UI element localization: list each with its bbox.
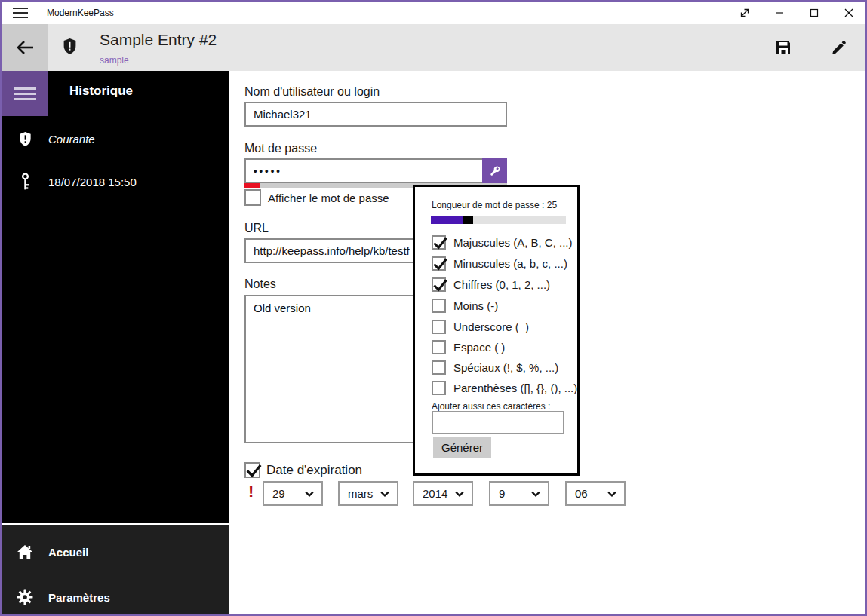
sidebar-footer: Accueil Paramètres [2, 525, 229, 616]
generator-option: Minuscules (a, b, c, ...) [432, 256, 567, 271]
hamburger-icon[interactable] [12, 7, 29, 19]
save-button[interactable] [768, 35, 798, 60]
sidebar-item-settings[interactable]: Paramètres [2, 579, 229, 615]
history-item-label: Courante [48, 133, 95, 146]
username-input[interactable] [244, 102, 507, 127]
option-label: Chiffres (0, 1, 2, ...) [453, 278, 550, 291]
show-password-checkbox[interactable] [244, 189, 261, 206]
back-arrow-icon [14, 38, 36, 57]
back-button[interactable] [2, 24, 48, 71]
option-label: Underscore (_) [453, 320, 529, 333]
hamburger-icon [14, 87, 36, 90]
history-item-label: 18/07/2018 15:50 [48, 176, 137, 188]
option-checkbox[interactable] [432, 235, 446, 250]
generator-option: Moins (-) [432, 298, 498, 313]
generator-option: Underscore (_) [432, 319, 529, 334]
date-select-minute[interactable]: 06 [565, 481, 626, 506]
date-select-year[interactable]: 2014 [413, 481, 473, 506]
option-checkbox[interactable] [432, 277, 446, 292]
history-item-current[interactable]: Courante [2, 121, 229, 157]
date-select-month[interactable]: mars [338, 481, 398, 506]
entry-title: Sample Entry #2 [100, 31, 217, 49]
key-icon [2, 172, 48, 192]
option-checkbox[interactable] [432, 320, 446, 334]
generator-option: Parenthèses ([], {}, (), ...) [432, 380, 577, 395]
fullscreen-button[interactable] [727, 2, 762, 24]
wrench-icon [487, 164, 503, 179]
show-password-row: Afficher le mot de passe [244, 189, 389, 206]
expired-warning-icon: ! [248, 482, 254, 501]
generator-option: Spéciaux (!, $, %, ...) [432, 360, 558, 375]
generate-button[interactable]: Générer [433, 437, 491, 458]
modernkeepass-window: ModernKeePass Sample Entry #2 sample [0, 0, 867, 616]
generator-option: Majuscules (A, B, C, ...) [432, 234, 573, 250]
home-icon [2, 544, 48, 560]
generator-option: Chiffres (0, 1, 2, ...) [432, 277, 550, 292]
option-checkbox[interactable] [432, 381, 446, 395]
option-checkbox[interactable] [432, 256, 446, 271]
slider-thumb[interactable] [463, 216, 473, 224]
option-label: Spéciaux (!, $, %, ...) [453, 361, 558, 374]
slider-fill [431, 216, 463, 224]
show-password-label: Afficher le mot de passe [268, 192, 389, 204]
sidebar-heading: Historique [69, 84, 133, 99]
sidebar-item-label: Paramètres [48, 591, 110, 604]
option-label: Parenthèses ([], {}, (), ...) [453, 382, 577, 394]
chevron-down-icon [379, 488, 391, 500]
sidebar-item-label: Accueil [48, 546, 88, 559]
expiration-label: Date d'expiration [266, 463, 362, 478]
length-label: Longueur de mot de passe : 25 [432, 200, 557, 210]
shield-alert-icon [2, 130, 48, 148]
url-label: URL [244, 222, 269, 235]
password-generator-button[interactable] [482, 158, 507, 183]
option-label: Moins (-) [453, 299, 498, 312]
history-sidebar: Historique Courante 18/07/2018 15:50 Acc… [2, 71, 229, 616]
chevron-down-icon [606, 488, 618, 500]
history-item-entry[interactable]: 18/07/2018 15:50 [2, 164, 229, 200]
gear-icon [2, 589, 48, 605]
password-label: Mot de passe [244, 142, 317, 155]
expiration-row: Date d'expiration [244, 462, 362, 478]
edit-button[interactable] [824, 35, 854, 60]
option-label: Majuscules (A, B, C, ...) [453, 236, 573, 249]
close-button[interactable] [832, 2, 866, 24]
option-checkbox[interactable] [432, 340, 446, 354]
option-checkbox[interactable] [432, 360, 446, 375]
password-strength-fill [244, 183, 260, 188]
chevron-down-icon [303, 488, 315, 500]
save-icon [775, 39, 792, 56]
additional-chars-label: Ajouter aussi ces caractères : [432, 401, 550, 412]
minimize-button[interactable] [762, 2, 797, 24]
chevron-down-icon [530, 488, 542, 500]
titlebar: ModernKeePass [2, 2, 865, 24]
sidebar-item-home[interactable]: Accueil [2, 534, 229, 570]
generator-option: Espace ( ) [432, 339, 505, 354]
shield-alert-icon [62, 37, 78, 59]
additional-chars-input[interactable] [432, 411, 564, 434]
chevron-down-icon [453, 488, 466, 500]
option-checkbox[interactable] [432, 299, 446, 313]
sidebar-hamburger-button[interactable] [2, 71, 48, 116]
password-generator-popup: Longueur de mot de passe : 25 Majuscules… [413, 185, 580, 476]
date-select-day[interactable]: 29 [263, 481, 323, 506]
option-label: Espace ( ) [453, 341, 505, 354]
entry-group-subtitle[interactable]: sample [100, 55, 129, 66]
length-slider[interactable] [431, 216, 566, 224]
option-label: Minuscules (a, b, c, ...) [453, 257, 567, 270]
notes-label: Notes [244, 277, 276, 291]
date-select-hour[interactable]: 9 [489, 481, 549, 506]
maximize-button[interactable] [797, 2, 832, 24]
username-label: Nom d'utilisateur ou login [244, 85, 380, 99]
entry-header: Sample Entry #2 sample [2, 24, 865, 71]
expiration-checkbox[interactable] [244, 462, 260, 478]
edit-pencil-icon [831, 39, 847, 56]
app-title: ModernKeePass [47, 2, 114, 24]
password-input[interactable] [244, 158, 484, 183]
